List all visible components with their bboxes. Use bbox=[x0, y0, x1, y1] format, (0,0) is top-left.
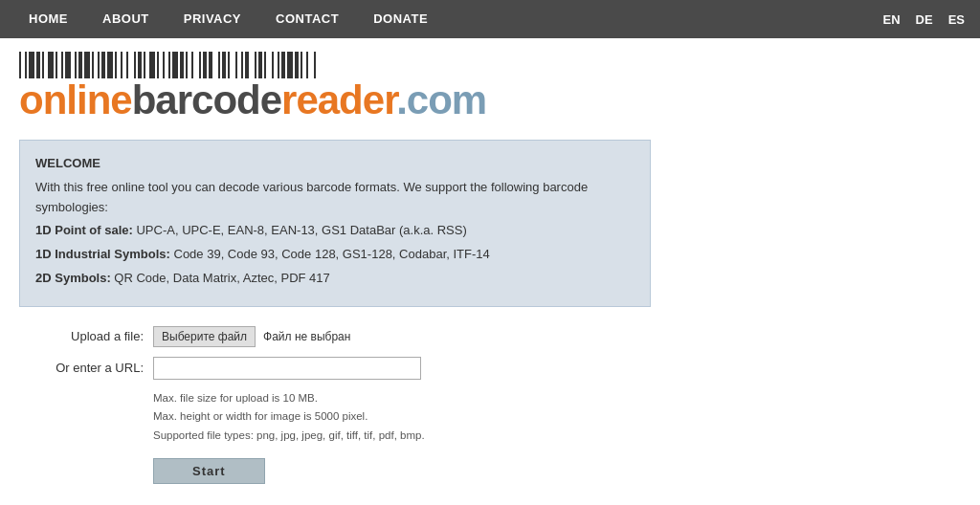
svg-rect-46 bbox=[295, 52, 299, 78]
svg-rect-27 bbox=[180, 52, 184, 78]
logo-text: onlinebarcodereader.com bbox=[19, 80, 486, 121]
welcome-1d-ind: 1D Industrial Symbols: Code 39, Code 93,… bbox=[35, 245, 635, 265]
welcome-box: WELCOME With this free online tool you c… bbox=[19, 140, 651, 307]
logo-area: onlinebarcodereader.com bbox=[0, 38, 980, 130]
svg-rect-13 bbox=[98, 52, 100, 78]
label-1d-ind: 1D Industrial Symbols: bbox=[35, 247, 170, 261]
svg-rect-42 bbox=[272, 52, 274, 78]
nav-links: HOME ABOUT PRIVACY CONTACT DONATE bbox=[11, 0, 445, 38]
file-upload-row: Upload a file: Выберите файл Файл не выб… bbox=[38, 326, 670, 347]
svg-rect-25 bbox=[168, 52, 170, 78]
url-label: Or enter a URL: bbox=[38, 361, 153, 375]
svg-rect-35 bbox=[228, 52, 230, 78]
svg-rect-18 bbox=[126, 52, 128, 78]
svg-rect-16 bbox=[115, 52, 117, 78]
svg-rect-0 bbox=[19, 52, 21, 78]
welcome-title: WELCOME bbox=[35, 154, 635, 174]
svg-rect-10 bbox=[78, 52, 82, 78]
hint-filesize: Max. file size for upload is 10 MB. bbox=[153, 389, 670, 408]
upload-label: Upload a file: bbox=[38, 329, 153, 343]
svg-rect-11 bbox=[84, 52, 90, 78]
welcome-1d-pos: 1D Point of sale: UPC-A, UPC-E, EAN-8, E… bbox=[35, 221, 635, 241]
svg-rect-9 bbox=[75, 52, 77, 78]
logo-reader: reader bbox=[281, 77, 396, 122]
svg-rect-19 bbox=[134, 52, 136, 78]
svg-rect-29 bbox=[191, 52, 193, 78]
svg-rect-49 bbox=[314, 52, 316, 78]
svg-rect-41 bbox=[264, 52, 266, 78]
label-2d: 2D Symbols: bbox=[35, 271, 111, 285]
lang-switcher: EN DE ES bbox=[880, 12, 969, 27]
nav-donate[interactable]: DONATE bbox=[356, 0, 445, 38]
svg-rect-20 bbox=[138, 52, 142, 78]
svg-rect-7 bbox=[61, 52, 63, 78]
logo-com: .com bbox=[396, 77, 486, 122]
value-1d-ind: Code 39, Code 93, Code 128, GS1-128, Cod… bbox=[170, 247, 490, 261]
hint-filetypes: Supported file types: png, jpg, jpeg, gi… bbox=[153, 427, 670, 446]
svg-rect-12 bbox=[92, 52, 94, 78]
svg-rect-22 bbox=[149, 52, 155, 78]
svg-rect-26 bbox=[172, 52, 178, 78]
value-2d: QR Code, Data Matrix, Aztec, PDF 417 bbox=[111, 271, 330, 285]
nav-privacy[interactable]: PRIVACY bbox=[167, 0, 258, 38]
svg-rect-2 bbox=[29, 52, 34, 78]
hint-dimensions: Max. height or width for image is 5000 p… bbox=[153, 407, 670, 427]
svg-rect-3 bbox=[36, 52, 40, 78]
svg-rect-21 bbox=[144, 52, 145, 78]
upload-form: Upload a file: Выберите файл Файл не выб… bbox=[19, 326, 670, 485]
svg-rect-24 bbox=[163, 52, 165, 78]
svg-rect-43 bbox=[278, 52, 279, 78]
start-button-row: Start bbox=[38, 458, 670, 484]
logo-barcode: barcode bbox=[132, 77, 281, 122]
svg-rect-15 bbox=[107, 52, 113, 78]
svg-rect-48 bbox=[306, 52, 308, 78]
logo-online: online bbox=[19, 77, 132, 122]
nav-about[interactable]: ABOUT bbox=[85, 0, 167, 38]
svg-rect-28 bbox=[186, 52, 188, 78]
barcode-decoration bbox=[19, 52, 555, 78]
svg-rect-47 bbox=[301, 52, 302, 78]
svg-rect-6 bbox=[56, 52, 57, 78]
svg-rect-34 bbox=[222, 52, 226, 78]
svg-rect-45 bbox=[287, 52, 293, 78]
lang-de[interactable]: DE bbox=[912, 12, 937, 27]
url-input[interactable] bbox=[153, 357, 421, 380]
svg-rect-44 bbox=[281, 52, 285, 78]
svg-rect-17 bbox=[121, 52, 122, 78]
upload-hints: Max. file size for upload is 10 MB. Max.… bbox=[38, 389, 670, 446]
nav-home[interactable]: HOME bbox=[11, 0, 85, 38]
svg-rect-31 bbox=[203, 52, 207, 78]
nav-contact[interactable]: CONTACT bbox=[258, 0, 356, 38]
svg-rect-4 bbox=[42, 52, 44, 78]
welcome-2d: 2D Symbols: QR Code, Data Matrix, Aztec,… bbox=[35, 269, 635, 289]
navbar: HOME ABOUT PRIVACY CONTACT DONATE EN DE … bbox=[0, 0, 980, 38]
lang-en[interactable]: EN bbox=[880, 12, 904, 27]
svg-rect-1 bbox=[25, 52, 27, 78]
svg-rect-8 bbox=[65, 52, 71, 78]
svg-rect-23 bbox=[157, 52, 159, 78]
main-content: WELCOME With this free online tool you c… bbox=[0, 130, 689, 503]
lang-es[interactable]: ES bbox=[945, 12, 969, 27]
file-none-text: Файл не выбран bbox=[263, 330, 350, 343]
label-1d-pos: 1D Point of sale: bbox=[35, 223, 133, 237]
choose-file-button[interactable]: Выберите файл bbox=[153, 326, 256, 347]
welcome-intro: With this free online tool you can decod… bbox=[35, 178, 635, 218]
svg-rect-33 bbox=[218, 52, 220, 78]
svg-rect-14 bbox=[101, 52, 105, 78]
svg-rect-38 bbox=[245, 52, 249, 78]
svg-rect-30 bbox=[199, 52, 201, 78]
svg-rect-32 bbox=[209, 52, 212, 78]
svg-rect-39 bbox=[255, 52, 256, 78]
value-1d-pos: UPC-A, UPC-E, EAN-8, EAN-13, GS1 DataBar… bbox=[133, 223, 467, 237]
svg-rect-5 bbox=[48, 52, 54, 78]
svg-rect-36 bbox=[235, 52, 237, 78]
start-button[interactable]: Start bbox=[153, 458, 265, 484]
url-row: Or enter a URL: bbox=[38, 357, 670, 380]
svg-rect-40 bbox=[258, 52, 262, 78]
svg-rect-37 bbox=[241, 52, 243, 78]
